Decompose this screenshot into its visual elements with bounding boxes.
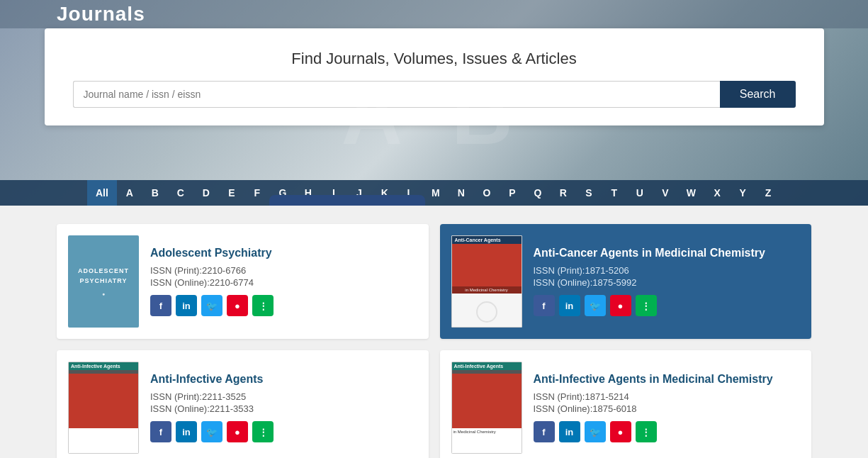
hero-section: Journals Find Journals, Volumes, Issues … [0, 0, 868, 206]
alpha-btn-y[interactable]: Y [730, 180, 755, 206]
journal-card-2[interactable]: Anti-Cancer Agents in Medicinal Chemistr… [440, 224, 812, 339]
alpha-btn-t[interactable]: T [602, 180, 627, 206]
journal-issn-print-3: ISSN (Print):2211-3525 [150, 391, 417, 402]
hero-title-bar: Journals [0, 0, 868, 28]
journals-grid: ADOLESCENT PSYCHIATRY ● Adolescent Psych… [0, 213, 868, 458]
facebook-button-2[interactable]: f [534, 295, 555, 316]
alpha-btn-e[interactable]: E [219, 180, 244, 206]
journal-info-1: Adolescent PsychiatryISSN (Print):2210-6… [150, 247, 417, 316]
search-box: Find Journals, Volumes, Issues & Article… [45, 28, 824, 125]
journal-title-1[interactable]: Adolescent Psychiatry [150, 247, 417, 259]
journal-issn-online-4: ISSN (Online):1875-6018 [534, 403, 801, 414]
journal-issn-print-1: ISSN (Print):2210-6766 [150, 265, 417, 276]
twitter-button-3[interactable]: 🐦 [201, 421, 222, 442]
social-buttons-1: fin🐦●⋮ [150, 295, 417, 316]
tooltip-line1: Click on any journal [293, 205, 401, 206]
alpha-btn-s[interactable]: S [576, 180, 602, 206]
facebook-button-1[interactable]: f [150, 295, 171, 316]
page-title: Journals [57, 3, 145, 25]
social-buttons-2: fin🐦●⋮ [534, 295, 801, 316]
facebook-button-4[interactable]: f [534, 421, 555, 442]
alpha-btn-z[interactable]: Z [755, 180, 781, 206]
alpha-btn-b[interactable]: B [142, 180, 168, 206]
journal-card-4[interactable]: Anti-Infective Agents in Medicinal Chemi… [440, 350, 812, 458]
journal-title-3[interactable]: Anti-Infective Agents [150, 373, 417, 386]
social-buttons-4: fin🐦●⋮ [534, 421, 801, 442]
share-button-3[interactable]: ⋮ [252, 421, 274, 442]
alpha-btn-n[interactable]: N [449, 180, 474, 206]
alpha-btn-a[interactable]: A [117, 180, 142, 206]
alpha-btn-all[interactable]: All [87, 180, 117, 206]
linkedin-button-2[interactable]: in [559, 295, 580, 316]
twitter-button-4[interactable]: 🐦 [585, 421, 606, 442]
pinterest-button-2[interactable]: ● [610, 295, 631, 316]
alpha-btn-x[interactable]: X [704, 180, 730, 206]
search-button[interactable]: Search [720, 81, 796, 108]
alpha-navigation: AllABCDEFGHIJKLMNOPQRSTUVWXYZ [0, 180, 868, 206]
tooltip: Click on any journal (or book in case of [269, 195, 425, 206]
journal-issn-print-2: ISSN (Print):1871-5206 [534, 265, 801, 276]
journal-issn-print-4: ISSN (Print):1871-5214 [534, 391, 801, 402]
alpha-btn-c[interactable]: C [168, 180, 193, 206]
share-button-4[interactable]: ⋮ [636, 421, 657, 442]
journal-issn-online-3: ISSN (Online):2211-3533 [150, 403, 417, 414]
journal-info-3: Anti-Infective AgentsISSN (Print):2211-3… [150, 373, 417, 442]
share-button-2[interactable]: ⋮ [636, 295, 657, 316]
journal-title-4[interactable]: Anti-Infective Agents in Medicinal Chemi… [534, 373, 801, 386]
journal-issn-online-2: ISSN (Online):1875-5992 [534, 277, 801, 288]
journal-cover-adolescent: ADOLESCENT PSYCHIATRY ● [68, 235, 139, 328]
linkedin-button-4[interactable]: in [559, 421, 580, 442]
share-button-1[interactable]: ⋮ [252, 295, 274, 316]
journal-cover-antiinfective2: Anti-Infective Agents in Medicinal Chemi… [451, 362, 522, 454]
journal-cover-antiinfective: Anti-Infective Agents [68, 362, 139, 454]
tooltip-box: Click on any journal (or book in case of [269, 195, 425, 206]
social-buttons-3: fin🐦●⋮ [150, 421, 417, 442]
journal-info-2: Anti-Cancer Agents in Medicinal Chemistr… [534, 247, 801, 316]
journal-info-4: Anti-Infective Agents in Medicinal Chemi… [534, 373, 801, 442]
alpha-btn-o[interactable]: O [474, 180, 500, 206]
journal-card-3[interactable]: Anti-Infective Agents Anti-Infective Age… [57, 350, 429, 458]
journal-card-1[interactable]: ADOLESCENT PSYCHIATRY ● Adolescent Psych… [57, 224, 429, 339]
alpha-btn-f[interactable]: F [244, 180, 270, 206]
pinterest-button-1[interactable]: ● [227, 295, 248, 316]
alpha-btn-u[interactable]: U [627, 180, 653, 206]
pinterest-button-3[interactable]: ● [227, 421, 248, 442]
alpha-btn-p[interactable]: P [500, 180, 525, 206]
linkedin-button-1[interactable]: in [176, 295, 197, 316]
facebook-button-3[interactable]: f [150, 421, 171, 442]
linkedin-button-3[interactable]: in [176, 421, 197, 442]
alpha-btn-w[interactable]: W [678, 180, 704, 206]
journal-cover-anticancer: Anti-Cancer Agents in Medicinal Chemistr… [451, 235, 522, 328]
alpha-btn-v[interactable]: V [653, 180, 678, 206]
twitter-button-1[interactable]: 🐦 [201, 295, 222, 316]
pinterest-button-4[interactable]: ● [610, 421, 631, 442]
alpha-btn-q[interactable]: Q [525, 180, 551, 206]
search-input[interactable] [73, 81, 720, 108]
alpha-btn-r[interactable]: R [551, 180, 576, 206]
alpha-btn-d[interactable]: D [193, 180, 219, 206]
alpha-btn-m[interactable]: M [423, 180, 449, 206]
twitter-button-2[interactable]: 🐦 [585, 295, 606, 316]
journal-issn-online-1: ISSN (Online):2210-6774 [150, 277, 417, 288]
search-heading: Find Journals, Volumes, Issues & Article… [73, 50, 796, 68]
search-row: Search [73, 81, 796, 108]
journal-title-2[interactable]: Anti-Cancer Agents in Medicinal Chemistr… [534, 247, 801, 259]
